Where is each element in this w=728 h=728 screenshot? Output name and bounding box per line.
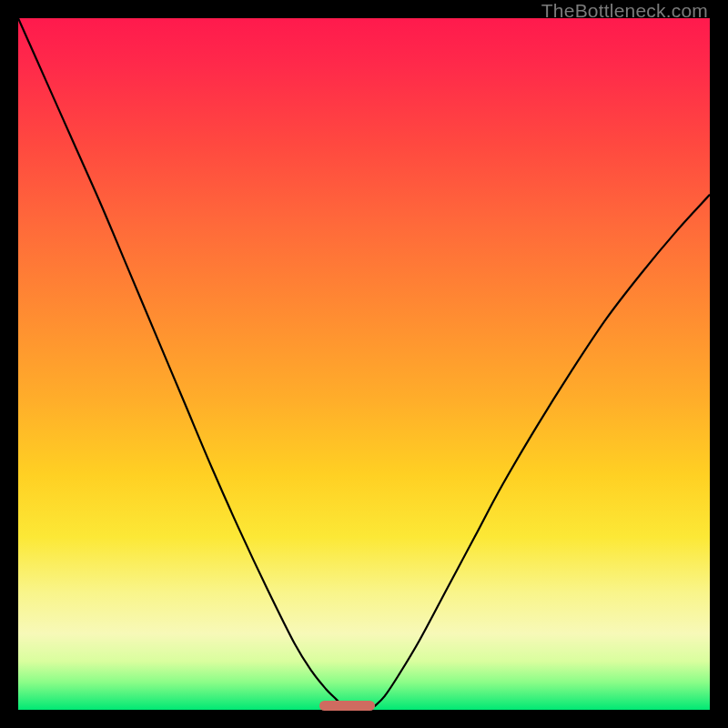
- left-curve: [18, 18, 343, 706]
- curves-layer: [18, 18, 710, 710]
- right-curve: [374, 195, 710, 706]
- chart-frame: [18, 18, 710, 710]
- target-marker: [319, 701, 376, 711]
